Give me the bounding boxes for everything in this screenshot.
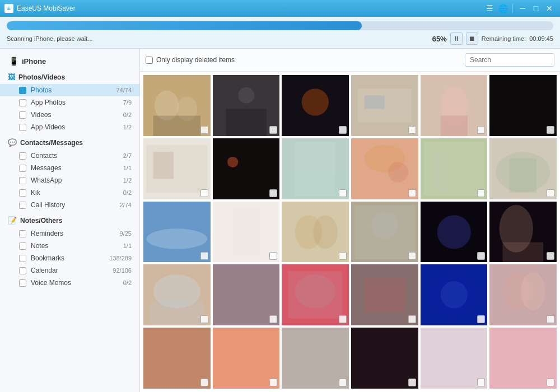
photo-cell-14[interactable]	[213, 202, 280, 263]
photo-check-30[interactable]	[547, 379, 554, 386]
hamburger-icon[interactable]: ☰	[483, 2, 496, 15]
photo-check-4[interactable]	[408, 126, 416, 134]
photo-check-21[interactable]	[339, 315, 347, 323]
photo-check-11[interactable]	[477, 189, 485, 197]
photo-check-26[interactable]	[269, 379, 277, 386]
section-photos-videos-header[interactable]: 🖼 Photos/Videos	[0, 70, 139, 84]
sidebar-item-whatsapp[interactable]: WhatsApp 1/2	[0, 174, 139, 186]
close-button[interactable]: ✕	[543, 2, 556, 15]
photo-check-25[interactable]	[200, 379, 208, 386]
photo-cell-6[interactable]	[489, 75, 557, 136]
photo-cell-19[interactable]	[143, 264, 211, 325]
photo-cell-7[interactable]	[143, 138, 211, 199]
section-notes-others-header[interactable]: 📝 Notes/Others	[0, 213, 139, 227]
photo-cell-15[interactable]	[282, 202, 349, 263]
sidebar-item-notes[interactable]: Notes 1/1	[0, 240, 139, 252]
photo-cell-9[interactable]	[282, 138, 349, 199]
photo-check-3[interactable]	[339, 126, 347, 134]
photo-cell-20[interactable]	[213, 264, 280, 325]
photo-check-16[interactable]	[408, 252, 416, 260]
filter-label[interactable]: Only display deleted items	[146, 56, 235, 64]
sidebar-item-app-videos[interactable]: App Videos 1/2	[0, 121, 139, 133]
photo-check-15[interactable]	[339, 252, 347, 260]
minimize-button[interactable]: ─	[516, 2, 529, 15]
stop-button[interactable]: ⏹	[466, 32, 478, 45]
sidebar-item-videos[interactable]: Videos 0/2	[0, 109, 139, 121]
photo-check-18[interactable]	[547, 252, 554, 260]
whatsapp-checkbox[interactable]	[19, 177, 26, 184]
sidebar-item-calendar[interactable]: Calendar 92/106	[0, 264, 139, 277]
photo-check-2[interactable]	[269, 126, 277, 134]
photo-cell-22[interactable]	[351, 264, 418, 325]
photo-cell-10[interactable]	[351, 138, 418, 199]
app-videos-checkbox[interactable]	[19, 124, 26, 131]
section-contacts-messages-header[interactable]: 💬 Contacts/Messages	[0, 136, 139, 150]
photo-check-5[interactable]	[477, 126, 485, 134]
app-photos-checkbox[interactable]	[19, 99, 26, 106]
photo-cell-11[interactable]	[421, 138, 488, 199]
sidebar-item-reminders[interactable]: Reminders 9/25	[0, 227, 139, 240]
bookmarks-checkbox[interactable]	[19, 255, 26, 262]
call-history-checkbox[interactable]	[19, 202, 26, 209]
photo-cell-24[interactable]	[489, 264, 557, 325]
photo-cell-28[interactable]	[351, 328, 418, 389]
sidebar-item-photos[interactable]: Photos 74/74	[0, 84, 139, 96]
kik-checkbox[interactable]	[19, 189, 26, 197]
photo-check-29[interactable]	[477, 379, 485, 386]
photo-check-13[interactable]	[200, 252, 208, 260]
photo-check-17[interactable]	[477, 252, 485, 260]
sidebar-item-contacts[interactable]: Contacts 2/7	[0, 150, 139, 162]
sidebar-item-bookmarks[interactable]: Bookmarks 138/289	[0, 252, 139, 264]
photo-cell-8[interactable]	[213, 138, 280, 199]
pause-button[interactable]: ⏸	[450, 32, 463, 45]
contacts-checkbox[interactable]	[19, 152, 26, 160]
photo-cell-23[interactable]	[421, 264, 488, 325]
photo-cell-18[interactable]	[489, 202, 557, 263]
videos-checkbox[interactable]	[19, 111, 26, 119]
photo-cell-5[interactable]	[421, 75, 488, 136]
voice-memos-checkbox[interactable]	[19, 279, 26, 287]
photo-cell-29[interactable]	[421, 328, 488, 389]
photo-check-7[interactable]	[200, 189, 208, 197]
photo-check-10[interactable]	[408, 189, 416, 197]
photo-check-19[interactable]	[200, 315, 208, 323]
notes-checkbox[interactable]	[19, 242, 26, 250]
reminders-checkbox[interactable]	[19, 230, 26, 237]
photo-cell-26[interactable]	[213, 328, 280, 389]
photo-cell-12[interactable]	[489, 138, 557, 199]
photo-check-22[interactable]	[408, 315, 416, 323]
photo-cell-2[interactable]	[213, 75, 280, 136]
photo-cell-1[interactable]	[143, 75, 211, 136]
photo-check-1[interactable]	[200, 126, 208, 134]
photo-check-6[interactable]	[547, 126, 554, 134]
messages-checkbox[interactable]	[19, 165, 26, 172]
filter-checkbox[interactable]	[146, 57, 153, 64]
photo-cell-16[interactable]	[351, 202, 418, 263]
photo-check-27[interactable]	[339, 379, 347, 386]
sidebar-item-voice-memos[interactable]: Voice Memos 0/2	[0, 277, 139, 289]
calendar-checkbox[interactable]	[19, 267, 26, 274]
photo-check-24[interactable]	[547, 315, 554, 323]
photos-checkbox[interactable]	[19, 87, 26, 94]
sidebar-item-app-photos[interactable]: App Photos 7/9	[0, 96, 139, 109]
photo-cell-30[interactable]	[489, 328, 557, 389]
sidebar-item-messages[interactable]: Messages 1/1	[0, 162, 139, 174]
photo-check-9[interactable]	[339, 189, 347, 197]
photo-check-20[interactable]	[269, 315, 277, 323]
photo-check-14[interactable]	[269, 252, 277, 260]
globe-icon[interactable]: 🌐	[497, 2, 509, 15]
search-input[interactable]	[465, 53, 554, 67]
sidebar-item-call-history[interactable]: Call History 2/74	[0, 199, 139, 211]
maximize-button[interactable]: □	[530, 2, 542, 15]
photo-check-28[interactable]	[408, 379, 416, 386]
photo-check-23[interactable]	[477, 315, 485, 323]
photo-cell-21[interactable]	[282, 264, 349, 325]
photo-cell-25[interactable]	[143, 328, 211, 389]
photo-cell-13[interactable]	[143, 202, 211, 263]
photo-cell-17[interactable]	[421, 202, 488, 263]
sidebar-item-kik[interactable]: Kik 0/2	[0, 186, 139, 199]
photo-check-12[interactable]	[547, 189, 554, 197]
photo-cell-4[interactable]	[351, 75, 418, 136]
photo-check-8[interactable]	[269, 189, 277, 197]
photo-cell-27[interactable]	[282, 328, 349, 389]
